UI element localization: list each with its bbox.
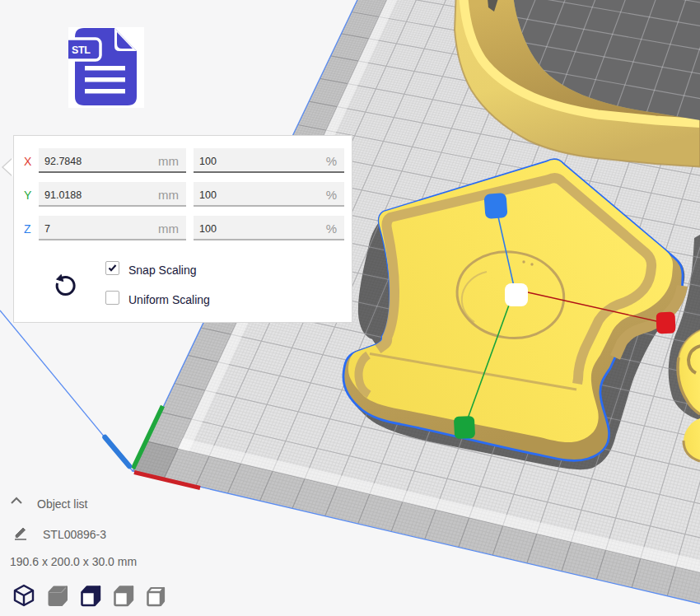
svg-text:STL: STL <box>72 44 91 56</box>
